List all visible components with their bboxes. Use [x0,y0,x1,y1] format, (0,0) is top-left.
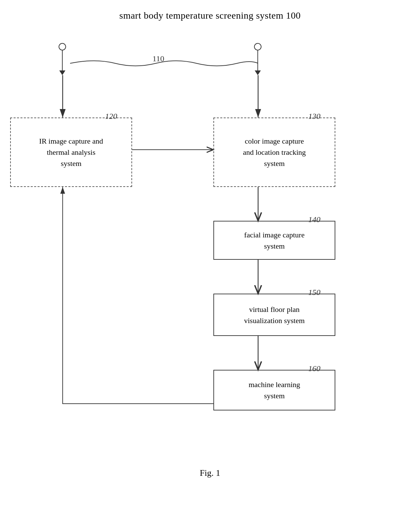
page-title: smart body temperature screening system … [0,0,420,21]
fig-label: Fig. 1 [0,468,420,478]
box-140: facial image capture system [213,221,335,260]
person-icon-left [59,43,66,75]
box-160: machine learning system [213,370,335,410]
ref-120: 120 [105,112,117,121]
ref-110: 110 [152,54,164,63]
ref-140: 140 [308,215,320,224]
box-150: virtual floor plan visualization system [213,294,335,336]
ref-150: 150 [308,288,320,297]
ref-160: 160 [308,364,320,373]
person-icon-right [254,43,261,75]
ref-130: 130 [308,112,320,121]
box-120: IR image capture and thermal analysis sy… [10,118,132,187]
box-130: color image capture and location trackin… [213,118,335,187]
